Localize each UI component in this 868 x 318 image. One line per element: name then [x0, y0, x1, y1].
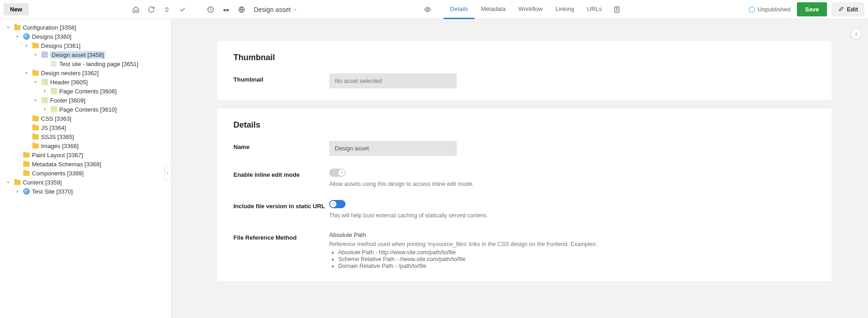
tree-node-label: Test Site [3370] — [32, 188, 73, 195]
binoculars-icon[interactable] — [219, 3, 233, 16]
inline-edit-toggle[interactable] — [329, 169, 346, 177]
tab-linking[interactable]: Linking — [549, 0, 580, 19]
folder-icon — [32, 42, 39, 49]
tree-node-label: Design asset [3458] — [50, 51, 105, 59]
tab-urls[interactable]: URLs — [581, 0, 609, 19]
edit-button[interactable]: Edit — [832, 2, 864, 16]
tree-toggle[interactable] — [32, 78, 39, 86]
tree-node[interactable]: Footer [3609] — [2, 96, 169, 105]
folder-icon — [23, 169, 30, 177]
history-icon[interactable] — [204, 3, 217, 16]
list-item: Absolute Path - http://www.site.com/path… — [338, 249, 815, 256]
help-text: Reference method used when printing 'mys… — [329, 241, 815, 247]
folder-icon — [32, 133, 39, 140]
preview-icon[interactable] — [421, 3, 434, 16]
tree-spacer — [41, 60, 48, 67]
nester-icon — [41, 78, 48, 86]
tree-node-label: Images [3366] — [41, 143, 78, 149]
tree-spacer — [14, 169, 21, 177]
tree-node[interactable]: Metadata Schemas [3368] — [2, 159, 169, 169]
panel-heading: Details — [233, 120, 815, 130]
tree-node[interactable]: Configuration [3358] — [2, 23, 169, 32]
top-toolbar: New Design asset Details Metadata Workfl… — [0, 0, 868, 19]
tree-node[interactable]: JS [3364] — [2, 123, 169, 132]
tree-node-label: Configuration [3358] — [23, 24, 76, 31]
tree-node[interactable]: Header [3605] — [2, 77, 169, 87]
tree-node-label: Metadata Schemas [3368] — [32, 161, 101, 168]
tree-node[interactable]: Page Contents [3610] — [2, 105, 169, 114]
tree-node[interactable]: CSS [3363] — [2, 114, 169, 123]
tree-node-label: Designs [3360] — [32, 33, 72, 40]
save-button[interactable]: Save — [797, 2, 827, 16]
tree-toggle[interactable] — [41, 87, 48, 95]
folder-icon — [23, 151, 30, 159]
home-icon[interactable] — [129, 3, 143, 16]
globe-icon[interactable] — [235, 3, 248, 16]
tree-node[interactable]: Design asset [3458] — [2, 50, 169, 59]
tree-node-label: Header [3605] — [50, 79, 88, 86]
new-button[interactable]: New — [4, 3, 29, 15]
sidebar-collapse-handle[interactable] — [164, 165, 171, 181]
tree-toggle[interactable] — [23, 42, 30, 49]
tree-node-label: Paint Layout [3367] — [32, 152, 83, 159]
file-version-toggle[interactable] — [329, 200, 346, 208]
content-area: i Thumbnail Thumbnail No asset selected … — [171, 19, 868, 318]
collapse-icon[interactable] — [160, 3, 174, 16]
svg-point-0 — [223, 9, 226, 11]
name-value: Design asset — [329, 141, 457, 156]
tree-toggle[interactable] — [14, 188, 21, 195]
tree-node-label: JS [3364] — [41, 124, 66, 131]
tree-node[interactable]: Page Contents [3606] — [2, 87, 169, 96]
tree-node-label: Page Contents [3610] — [59, 106, 117, 113]
folder-icon — [32, 142, 39, 149]
tree-node-label: Test site - landing page [3651] — [59, 61, 138, 67]
field-label-ref: File Reference Method — [233, 231, 329, 241]
tree-toggle[interactable] — [5, 24, 12, 31]
tree-node-label: Design nesters [3362] — [41, 70, 98, 77]
check-icon[interactable] — [176, 3, 189, 16]
tree-node[interactable]: Test Site [3370] — [2, 187, 169, 196]
tree-node[interactable]: Content [3359] — [2, 178, 169, 187]
help-text: This will help bust external caching of … — [329, 212, 815, 219]
tree-toggle[interactable] — [41, 106, 48, 113]
apply-icon — [50, 60, 57, 67]
tree-toggle[interactable] — [23, 69, 30, 77]
tab-metadata[interactable]: Metadata — [475, 0, 512, 19]
tree-node[interactable]: Test site - landing page [3651] — [2, 59, 169, 68]
svg-point-1 — [226, 9, 228, 11]
tree-toggle[interactable] — [14, 33, 21, 40]
thumbnail-value[interactable]: No asset selected — [329, 73, 457, 88]
refresh-icon[interactable] — [145, 3, 158, 16]
tab-details[interactable]: Details — [444, 0, 475, 19]
folder-icon — [32, 115, 39, 122]
nester-icon — [41, 97, 48, 104]
tree-node-label: Footer [3609] — [50, 97, 85, 104]
tree-node[interactable]: SSJS [3365] — [2, 132, 169, 141]
list-item: Scheme Relative Path - //www.site.com/pa… — [338, 256, 815, 262]
site-icon — [23, 188, 30, 195]
tree-node-label: Components [3369] — [32, 170, 83, 177]
tree-node[interactable]: Designs [3360] — [2, 32, 169, 41]
field-label-version: Include file version in static URL — [233, 200, 329, 210]
tree-spacer — [14, 151, 21, 159]
tree-node[interactable]: Images [3366] — [2, 141, 169, 150]
chevron-down-icon — [293, 7, 297, 12]
info-icon[interactable]: i — [851, 28, 862, 39]
tree-spacer — [14, 160, 21, 168]
breadcrumb[interactable]: Design asset — [250, 6, 301, 13]
ref-examples: Absolute Path - http://www.site.com/path… — [338, 249, 815, 269]
tree-node[interactable]: Designs [3361] — [2, 41, 169, 50]
folder-icon — [23, 160, 30, 168]
tab-workflow[interactable]: Workflow — [512, 0, 549, 19]
tree-toggle[interactable] — [32, 51, 39, 58]
tree-spacer — [23, 115, 30, 122]
tree-node[interactable]: Design nesters [3362] — [2, 68, 169, 77]
notes-icon[interactable] — [610, 3, 624, 16]
tree-node[interactable]: Components [3369] — [2, 169, 169, 178]
tree-toggle[interactable] — [5, 179, 12, 186]
tree-toggle[interactable] — [32, 97, 39, 104]
field-label-name: Name — [233, 141, 329, 150]
tree-node[interactable]: Paint Layout [3367] — [2, 150, 169, 159]
field-label-thumbnail: Thumbnail — [233, 73, 329, 83]
svg-rect-2 — [225, 10, 227, 10]
